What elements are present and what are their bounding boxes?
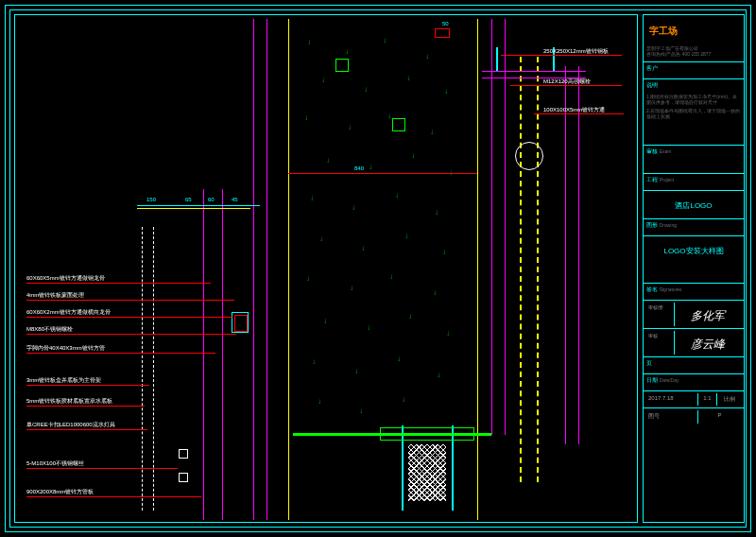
dim-line-top [137,205,260,206]
cell-b: 审核 [646,331,675,355]
notes-2: 2.若现场条件与图纸有出入，请于现场一致的基础上实施 [646,108,741,119]
leader-l10 [26,496,201,497]
date-en: Date/Day [660,377,679,383]
title-block: 字工场 昆明字工场广告有限公司 咨询热线/产品热 400 155 2877 客户… [643,14,745,523]
project-name: 酒店LOGO [646,193,741,211]
member-line-4 [266,19,267,520]
notes-label: 说明 [646,82,658,88]
sig-label: 签名 [646,286,658,292]
no-label: 图号 [646,410,698,424]
client-label: 客户 [646,65,658,71]
date-label: 日期 [646,377,658,383]
label-l7: 5mm镀锌铁板胶材底板置承水底板 [26,397,112,406]
dim-840: 840 [354,165,364,171]
leader-r2 [510,85,622,86]
review-label: 审核 [646,148,658,154]
drawing-label: 图形 [646,222,658,228]
date-value: 2017.7.18 [646,393,698,406]
top-plate [482,71,586,72]
dim-line-840 [288,173,477,174]
signature-2: 彦云峰 [675,331,741,355]
member-r4 [578,66,579,444]
leader-l9 [26,468,178,469]
no-value: P [698,410,741,424]
drawing-en: Drawing [660,222,677,228]
connection-detail [232,312,249,333]
leader-l8 [26,429,147,430]
leader-r3 [534,113,624,114]
scale-label: 比例 [717,393,741,406]
wall-line [288,19,289,520]
h-yel [137,208,250,209]
member-r2 [505,19,506,435]
member-line [203,189,204,520]
project-en: Project [660,177,675,182]
centerline-2 [537,57,539,482]
review-en: Exam [660,148,672,154]
leader-l1 [26,283,211,284]
label-l9: 5-M10X100不锈钢螺丝 [26,459,84,468]
bolt-1 [179,449,188,459]
label-l8: 单CREE卡扣LED1000600流水灯具 [26,421,115,429]
dim-45: 45 [232,197,238,202]
leader-l3 [26,317,232,318]
wall-line-r [477,19,478,520]
cell-a: 审核/责 [646,303,675,326]
member-line-2 [222,189,223,520]
member-line-3 [253,19,254,520]
page-label: 页 [646,360,652,366]
bolt-2 [179,473,188,482]
label-l2: 4mm镀锌铁板蒙面处理 [26,291,84,300]
leader-r1 [501,55,622,56]
hatch-area: ↓↓↓↓ ↓↓↓↓ ↓↓↓↓ ↓↓↓↓ ↓↓↓↓ ↓↓↓↓ ↓↓↓↓ ↓↓↓↓ … [293,19,472,511]
company-phone: 咨询热线/产品热 400 155 2877 [646,51,741,57]
bolt-stem [496,47,498,71]
dim-65: 65 [185,197,192,202]
dim-50: 50 [442,21,449,26]
cad-canvas: ↓↓↓↓ ↓↓↓↓ ↓↓↓↓ ↓↓↓↓ ↓↓↓↓ ↓↓↓↓ ↓↓↓↓ ↓↓↓↓ … [0,0,756,537]
leader-l5 [26,353,215,354]
label-l10: 900X200X8mm镀锌方管板 [26,488,94,496]
drawing-area: ↓↓↓↓ ↓↓↓↓ ↓↓↓↓ ↓↓↓↓ ↓↓↓↓ ↓↓↓↓ ↓↓↓↓ ↓↓↓↓ … [19,19,633,520]
dim-60: 60 [208,197,215,202]
label-l1: 60X60X5mm镀锌方通做钢龙骨 [26,274,105,283]
scale-value: 1:1 [698,393,717,406]
sig-en: Signatures [660,286,682,292]
leader-l2 [26,300,234,301]
dim-150: 150 [146,197,156,202]
leader-l6 [26,385,149,386]
label-l4: M8X80不锈钢螺栓 [26,325,73,334]
logo-row: 字工场 昆明字工场广告有限公司 咨询热线/产品热 400 155 2877 [644,15,744,62]
project-label: 工程 [646,177,658,182]
drawing-name: LOGO安装大样图 [646,238,741,256]
label-l6: 3mm镀锌板盒并底板为主骨架 [26,376,101,385]
member-r3 [565,66,566,444]
member-r1 [491,19,492,435]
centerline [520,57,522,482]
notes-1: 1.图纸所标注数据皆为加工净尺寸(mm)。本图仅供参考，请现场自行核对尺寸 [646,94,741,105]
leader-l4 [26,334,236,335]
circle-detail [515,142,543,170]
company-logo: 字工场 [646,17,741,45]
leader-l7 [26,406,145,407]
signature-1: 多化军 [675,303,741,326]
label-l3: 60X60X2mm镀锌方通做横向龙骨 [26,308,111,317]
label-l5: 字脚内骨40X40X3mm镀锌方管 [26,344,105,353]
